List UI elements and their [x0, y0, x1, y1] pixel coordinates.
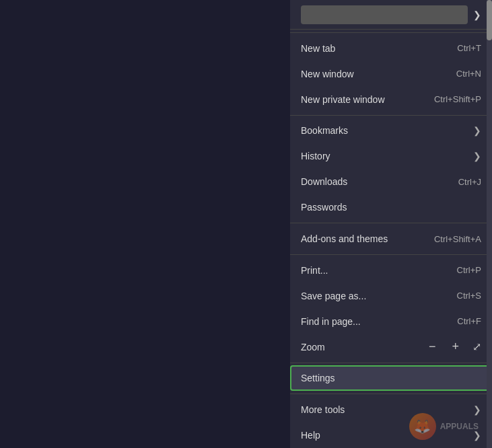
new-window-shortcut: Ctrl+N: [456, 69, 481, 79]
menu-item-passwords[interactable]: Passwords: [290, 194, 492, 220]
watermark-text: APPUALS: [440, 422, 479, 431]
new-tab-shortcut: Ctrl+T: [457, 43, 481, 53]
new-window-label: New window: [301, 69, 354, 79]
history-label: History: [301, 151, 330, 161]
menu-item-addons[interactable]: Add-ons and themes Ctrl+Shift+A: [290, 226, 492, 252]
divider-5: [290, 394, 492, 394]
zoom-minus-button[interactable]: −: [426, 340, 439, 354]
menu-item-save-page[interactable]: Save page as... Ctrl+S: [290, 283, 492, 309]
save-page-shortcut: Ctrl+S: [457, 291, 481, 301]
menu-item-history[interactable]: History ❯: [290, 143, 492, 169]
new-tab-label: New tab: [301, 43, 335, 54]
menu-item-zoom: Zoom − + ⤢: [290, 334, 492, 360]
addons-shortcut: Ctrl+Shift+A: [434, 234, 481, 244]
menu-header[interactable]: ❯: [290, 0, 492, 30]
history-arrow-icon: ❯: [473, 151, 481, 161]
logo-icon: 🦊: [409, 413, 436, 440]
divider-3: [290, 254, 492, 255]
print-shortcut: Ctrl+P: [457, 265, 481, 275]
help-label: Help: [301, 430, 320, 441]
bookmarks-label: Bookmarks: [301, 125, 348, 136]
scrollbar[interactable]: [487, 0, 492, 448]
settings-label: Settings: [301, 373, 335, 383]
browser-menu: ❯ New tab Ctrl+T New window Ctrl+N New p…: [290, 0, 492, 448]
menu-item-settings[interactable]: Settings: [290, 365, 492, 391]
find-label: Find in page...: [301, 316, 361, 327]
zoom-plus-button[interactable]: +: [449, 340, 462, 354]
scrollbar-thumb[interactable]: [487, 0, 492, 40]
divider-4: [290, 363, 492, 363]
divider-1: [290, 115, 492, 116]
menu-item-downloads[interactable]: Downloads Ctrl+J: [290, 169, 492, 194]
find-shortcut: Ctrl+F: [457, 316, 481, 326]
menu-item-new-private-window[interactable]: New private window Ctrl+Shift+P: [290, 87, 492, 112]
new-private-window-label: New private window: [301, 94, 385, 105]
watermark: 🦊 APPUALS: [409, 413, 479, 440]
header-arrow-icon[interactable]: ❯: [473, 9, 481, 20]
downloads-shortcut: Ctrl+J: [458, 177, 481, 187]
profile-bar: [301, 5, 468, 24]
zoom-controls: − + ⤢: [426, 340, 481, 354]
menu-item-find[interactable]: Find in page... Ctrl+F: [290, 309, 492, 334]
downloads-label: Downloads: [301, 176, 347, 187]
bookmarks-arrow-icon: ❯: [473, 125, 481, 136]
more-tools-label: More tools: [301, 404, 345, 415]
menu-item-print[interactable]: Print... Ctrl+P: [290, 258, 492, 283]
save-page-label: Save page as...: [301, 291, 366, 301]
menu-item-new-window[interactable]: New window Ctrl+N: [290, 61, 492, 87]
zoom-fullscreen-button[interactable]: ⤢: [472, 340, 481, 353]
print-label: Print...: [301, 265, 328, 276]
divider-2: [290, 223, 492, 223]
top-divider: [290, 32, 492, 33]
zoom-label: Zoom: [301, 342, 325, 352]
new-private-window-shortcut: Ctrl+Shift+P: [434, 94, 481, 104]
menu-item-new-tab[interactable]: New tab Ctrl+T: [290, 36, 492, 61]
menu-item-bookmarks[interactable]: Bookmarks ❯: [290, 118, 492, 143]
addons-label: Add-ons and themes: [301, 233, 388, 244]
passwords-label: Passwords: [301, 202, 347, 213]
